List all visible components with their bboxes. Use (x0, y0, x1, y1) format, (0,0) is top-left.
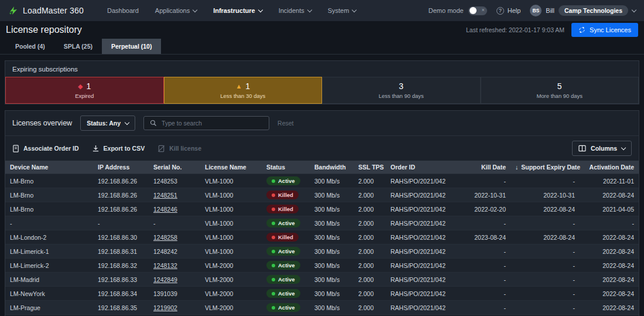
sort-descending-icon[interactable]: ↓ (515, 164, 518, 171)
search-box[interactable] (143, 116, 269, 130)
export-to-csv-label: Export to CSV (104, 145, 145, 152)
tab-label: Perpetual (10) (111, 43, 152, 50)
nav-item-incidents[interactable]: Incidents (272, 4, 318, 18)
columns-button[interactable]: Columns (572, 141, 632, 156)
help-button[interactable]: ? Help (496, 7, 521, 15)
demo-mode-toggle[interactable]: × (468, 6, 487, 15)
toggle-off-x-icon: × (481, 7, 484, 13)
brand[interactable]: LoadMaster 360 (8, 5, 84, 16)
table-row[interactable]: LM-NewYork 192.168.86.34 1391039 VLM-200… (5, 287, 639, 301)
help-label: Help (508, 7, 521, 14)
cell-device-name: LM-Brno (5, 174, 93, 188)
export-to-csv-button[interactable]: Export to CSV (92, 145, 145, 152)
cell-kill-date: - (459, 216, 511, 230)
cell-serial[interactable]: - (153, 220, 156, 227)
card-less-than-90-days[interactable]: 3 Less than 90 days (322, 77, 481, 104)
table-row[interactable]: LM-Madrid 192.168.86.33 1242849 VLM-2000… (5, 273, 639, 287)
cell-ssl-tps: 2.000 (354, 188, 386, 202)
cell-bandwidth: 300 Mb/s (310, 287, 354, 301)
cell-serial[interactable]: 1391039 (153, 290, 177, 297)
associate-order-id-button[interactable]: Associate Order ID (12, 145, 79, 152)
table-row[interactable]: LM-Prague 192.168.86.35 1219902 VLM-2000… (5, 301, 639, 315)
cell-support-expiry: - (511, 244, 580, 259)
licenses-overview-title: Licenses overview (12, 119, 72, 127)
table-row[interactable]: LM-Limerick-1 192.168.86.31 1248242 VLM-… (5, 244, 639, 259)
nav-label: System (328, 7, 350, 14)
cell-ssl-tps: 2.000 (354, 301, 386, 315)
cell-license-name: VLM-2000 (200, 273, 262, 287)
status-badge: Killed (266, 205, 299, 213)
cell-activation: - (580, 216, 639, 230)
sync-licences-button[interactable]: Sync Licences (571, 23, 638, 37)
table-row[interactable]: - - - VLM-1000 Active 300 Mb/s 2.000 RAH… (5, 216, 639, 230)
card-less-than-30-days[interactable]: ▲ 1 Less than 30 days (164, 77, 323, 104)
card-expired[interactable]: ◆ 1 Expired (5, 77, 164, 104)
col-license-name[interactable]: License Name (200, 161, 262, 174)
col-support-expiry-date[interactable]: ↓Support Expiry Date (511, 161, 580, 174)
cell-device-name: LM-Prague (5, 301, 93, 315)
table-row[interactable]: LM-Brno 192.168.86.26 1248251 VLM-1000 K… (5, 188, 639, 202)
cell-serial[interactable]: 1248132 (153, 262, 177, 269)
cell-bandwidth: 300 Mb/s (310, 273, 354, 287)
col-order-id[interactable]: Order ID (386, 161, 459, 174)
tab-pooled[interactable]: Pooled (4) (6, 39, 54, 54)
cell-bandwidth: 300 Mb/s (310, 174, 354, 188)
col-serial-no[interactable]: Serial No. (149, 161, 200, 174)
cell-serial[interactable]: 1248253 (153, 178, 177, 185)
cell-ssl-tps: 2.000 (354, 259, 386, 273)
org-badge: Camp Technologies (559, 5, 628, 16)
cell-order-id: RAHS/PO/2021/042 (386, 174, 459, 188)
cell-ip-address: 192.168.86.34 (93, 287, 149, 301)
cell-serial[interactable]: 1219902 (153, 304, 177, 311)
cell-license-name: VLM-1000 (200, 174, 262, 188)
chevron-down-icon (125, 120, 129, 124)
col-device-name[interactable]: Device Name (5, 161, 93, 174)
nav-item-system[interactable]: System (321, 4, 364, 18)
user-menu[interactable]: BS Bill Camp Technologies (530, 5, 636, 16)
col-bandwidth[interactable]: Bandwidth (310, 161, 354, 174)
nav-item-applications[interactable]: Applications (148, 4, 204, 18)
cell-kill-date: - (459, 287, 511, 301)
sync-icon (578, 26, 585, 33)
table-row[interactable]: LM-Limerick-2 192.168.86.32 1248132 VLM-… (5, 259, 639, 273)
col-status[interactable]: Status (262, 161, 310, 174)
chevron-down-icon (632, 7, 636, 12)
col-ssl-tps[interactable]: SSL TPS (354, 161, 386, 174)
cell-license-name: VLM-2000 (200, 259, 262, 273)
nav-item-infrastructure[interactable]: Infrastructure (206, 4, 269, 18)
status-label: Killed (278, 234, 293, 240)
cell-kill-date: - (459, 244, 511, 259)
cell-activation: 2022-08-24 (580, 230, 639, 244)
kill-license-button[interactable]: Kill license (157, 145, 201, 152)
cell-bandwidth: 300 Mb/s (310, 259, 354, 273)
nav-item-dashboard[interactable]: Dashboard (100, 4, 146, 18)
cell-serial[interactable]: 1248251 (153, 192, 177, 199)
col-activation-date[interactable]: Activation Date (580, 161, 639, 174)
nav-items: Dashboard Applications Infrastructure In… (100, 4, 363, 18)
col-kill-date[interactable]: Kill Date (459, 161, 511, 174)
tab-perpetual[interactable]: Perpetual (10) (102, 39, 161, 54)
cell-serial[interactable]: 1248242 (153, 248, 177, 255)
col-ip-address[interactable]: IP Address (93, 161, 149, 174)
tab-spla[interactable]: SPLA (25) (54, 39, 102, 54)
cell-serial[interactable]: 1248246 (153, 206, 177, 213)
expiring-subscriptions-title: Expiring subscriptions (5, 61, 639, 77)
table-row[interactable]: LM-Brno 192.168.86.26 1248246 VLM-1000 K… (5, 202, 639, 216)
search-input[interactable] (162, 120, 263, 127)
cell-serial[interactable]: 1242849 (153, 276, 177, 283)
status-filter-dropdown[interactable]: Status: Any (80, 115, 135, 131)
cell-kill-date: 2023-08-24 (459, 230, 511, 244)
less-90-count: 3 (399, 81, 403, 91)
status-label: Active (278, 304, 295, 311)
table-row[interactable]: LM-London-2 192.168.86.30 1248258 VLM-10… (5, 230, 639, 244)
cell-device-name: LM-London-2 (5, 230, 93, 244)
card-more-than-90-days[interactable]: 5 More than 90 days (481, 77, 639, 104)
cell-device-name: LM-Brno (5, 188, 93, 202)
reset-button[interactable]: Reset (278, 120, 293, 127)
cell-order-id: RAHS/PO/2021/042 (386, 301, 459, 315)
cell-serial[interactable]: 1248258 (153, 234, 177, 241)
table-row[interactable]: LM-Brno 192.168.86.26 1248253 VLM-1000 A… (5, 174, 639, 188)
cell-order-id: RAHS/PO/2021/042 (386, 244, 459, 259)
cell-device-name: LM-Madrid (5, 273, 93, 287)
status-filter-value: Status: Any (87, 120, 121, 127)
